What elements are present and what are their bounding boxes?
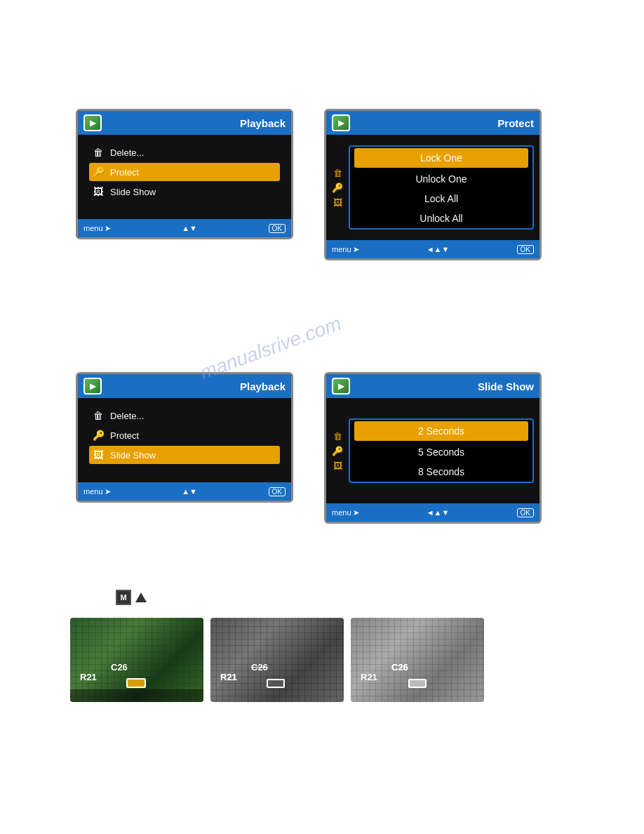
playback-header: ▶ Playback — [78, 111, 291, 135]
pcb-r21-label-light: R21 — [361, 672, 377, 682]
menu-label-2: menu — [332, 245, 351, 253]
pcb-images: R21 C26 R21 C26 R21 C26 R21 C26 — [70, 618, 484, 702]
slideshow-label-2: Slide Show — [110, 450, 156, 461]
playback-footer: menu ➤ ▲▼ OK — [78, 219, 291, 237]
pcb-green: R21 C26 — [70, 618, 203, 702]
protect-item-2[interactable]: 🔑 Protect — [89, 426, 280, 444]
menu-label-3: menu — [83, 487, 103, 496]
delete-item-2[interactable]: 🗑 Delete... — [89, 406, 280, 425]
play-icon-2: ▶ — [332, 114, 350, 131]
protect-title: Protect — [497, 117, 534, 129]
protect-icon-2: 🔑 — [92, 430, 105, 441]
menu-button[interactable]: menu ➤ — [83, 224, 111, 233]
delete-label: Delete... — [110, 147, 144, 158]
delete-icon: 🗑 — [92, 147, 105, 158]
ok-button-2[interactable]: OK — [517, 245, 534, 254]
5seconds-item[interactable]: 5 Seconds — [350, 442, 532, 462]
ok-button[interactable]: OK — [269, 224, 286, 233]
pcb-c26-label-green: C26 — [111, 662, 128, 673]
delete-item[interactable]: 🗑 Delete... — [89, 143, 280, 161]
menu-button-2[interactable]: menu ➤ — [332, 245, 359, 254]
slideshow-item[interactable]: 🖼 Slide Show — [89, 183, 280, 201]
nav-arrows[interactable]: ▲▼ — [182, 224, 197, 232]
pcb-r21-label-green: R21 — [80, 672, 97, 682]
menu-label-4: menu — [332, 508, 351, 517]
slideshow-submenu-box: 2 Seconds 5 Seconds 8 Seconds — [349, 418, 534, 483]
protect-label: Protect — [110, 167, 139, 178]
2seconds-item[interactable]: 2 Seconds — [354, 421, 528, 441]
slideshow-title: Slide Show — [478, 380, 534, 392]
slideshow-footer: menu ➤ ◄▲▼ OK — [326, 503, 539, 522]
playback-title-2: Playback — [240, 380, 286, 392]
playback-title: Playback — [240, 117, 286, 129]
pcb-c26-label-gray: C26 — [251, 662, 268, 673]
menu-button-3[interactable]: menu ➤ — [83, 487, 111, 496]
menu-arrow-icon: ➤ — [105, 224, 111, 233]
playback-header-2: ▶ Playback — [78, 374, 291, 398]
unlock-all-item[interactable]: Unlock All — [350, 208, 532, 228]
pcb-lightgray: C26 R21 C26 — [351, 618, 484, 702]
lock-one-item[interactable]: Lock One — [354, 148, 528, 168]
bottom-icon-row: M — [116, 590, 147, 605]
play-icon: ▶ — [83, 114, 102, 131]
8seconds-item[interactable]: 8 Seconds — [350, 462, 532, 482]
play-icon-3: ▶ — [83, 378, 102, 395]
menu-arrow-icon-4: ➤ — [353, 508, 359, 517]
protect-header: ▶ Protect — [326, 111, 539, 135]
unlock-one-item[interactable]: Unlock One — [350, 169, 532, 189]
delete-label-2: Delete... — [110, 411, 144, 421]
m-icon: M — [116, 590, 131, 605]
lock-all-item[interactable]: Lock All — [350, 189, 532, 208]
slideshow-item-selected[interactable]: 🖼 Slide Show — [89, 446, 280, 464]
protect-icon: 🔑 — [92, 166, 105, 178]
protect-footer: menu ➤ ◄▲▼ OK — [326, 240, 539, 258]
menu-arrow-icon-2: ➤ — [353, 245, 359, 254]
playback-footer-2: menu ➤ ▲▼ OK — [78, 482, 291, 501]
slideshow-icon: 🖼 — [92, 186, 105, 197]
play-icon-4: ▶ — [332, 378, 350, 395]
slideshow-label: Slide Show — [110, 187, 156, 197]
ok-button-4[interactable]: OK — [517, 508, 534, 517]
nav-arrows-2[interactable]: ◄▲▼ — [427, 245, 450, 253]
protect-label-2: Protect — [110, 430, 139, 441]
protect-submenu-box: Lock One Unlock One Lock All Unlock All — [349, 145, 534, 230]
nav-arrows-4[interactable]: ◄▲▼ — [427, 508, 450, 517]
pcb-gray: R21 C26 R21 — [210, 618, 344, 702]
menu-arrow-icon-3: ➤ — [105, 487, 111, 496]
menu-label: menu — [83, 224, 103, 232]
nav-arrows-3[interactable]: ▲▼ — [182, 487, 197, 496]
delete-icon-2: 🗑 — [92, 410, 105, 421]
protect-item-selected[interactable]: 🔑 Protect — [89, 163, 280, 181]
menu-button-4[interactable]: menu ➤ — [332, 508, 359, 517]
slideshow-icon-2: 🖼 — [92, 449, 105, 461]
triangle-icon — [135, 593, 147, 602]
slideshow-header: ▶ Slide Show — [326, 374, 539, 398]
ok-button-3[interactable]: OK — [269, 487, 286, 496]
